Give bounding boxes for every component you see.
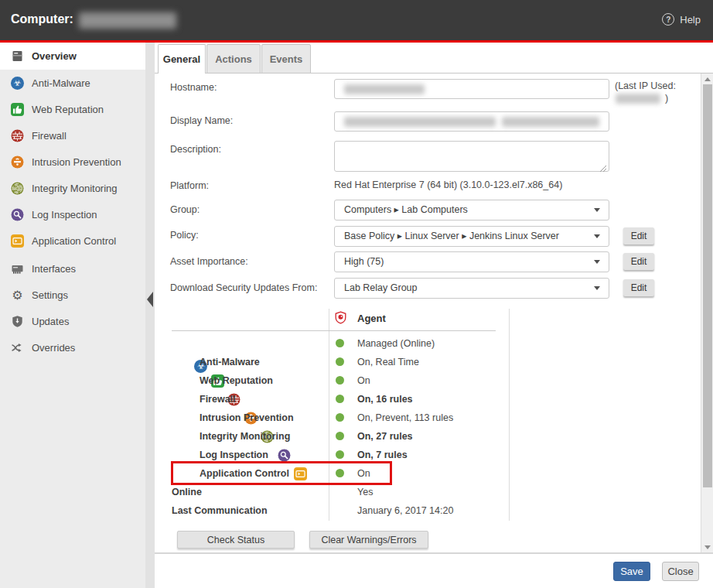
intrusion-prevention-icon	[11, 156, 24, 169]
chevron-down-icon	[594, 260, 600, 264]
sidebar-item-label: Anti-Malware	[32, 77, 90, 89]
overrides-icon	[11, 341, 24, 354]
redacted-computer-name	[79, 12, 176, 29]
agent-column-header: Agent	[357, 309, 386, 328]
hostname-input[interactable]	[334, 79, 609, 99]
sidebar-item-overview[interactable]: Overview	[0, 43, 145, 70]
tab-general[interactable]: General	[158, 44, 206, 74]
module-row-value: On	[357, 464, 370, 483]
computer-details-window: Computer: ? Help Overview ☣ Anti-Malware…	[0, 0, 713, 588]
asset-importance-value: High (75)	[344, 256, 384, 267]
edit-policy-button[interactable]: Edit	[623, 227, 654, 244]
module-row-value: On	[357, 371, 370, 390]
download-updates-label: Download Security Updates From:	[170, 282, 317, 293]
interfaces-icon	[11, 262, 24, 275]
save-button[interactable]: Save	[613, 562, 650, 581]
display-name-label: Display Name:	[170, 115, 233, 126]
sidebar-item-label: Application Control	[32, 235, 116, 247]
anti-malware-icon: ☣	[11, 77, 24, 90]
web-reputation-icon	[11, 103, 24, 116]
arrow-down-icon	[704, 545, 711, 549]
help-label: Help	[680, 14, 701, 26]
tab-actions[interactable]: Actions	[206, 44, 261, 74]
green-status-dot	[336, 432, 344, 440]
description-textarea[interactable]	[334, 141, 609, 172]
online-row-value: Yes	[357, 483, 373, 501]
sidebar-item-web-reputation[interactable]: Web Reputation	[0, 96, 145, 122]
scroll-up-button[interactable]	[701, 74, 713, 85]
sidebar-item-integrity-monitoring[interactable]: Integrity Monitoring	[0, 175, 145, 201]
firewall-icon	[11, 129, 24, 142]
scroll-down-button[interactable]	[701, 542, 713, 553]
platform-value: Red Hat Enterprise 7 (64 bit) (3.10.0-12…	[334, 179, 562, 190]
hostname-label: Hostname:	[170, 82, 217, 93]
module-row-label: Web Reputation	[200, 371, 273, 390]
tab-events[interactable]: Events	[261, 44, 311, 74]
module-row-label: Anti-Malware	[200, 353, 260, 371]
green-status-dot	[336, 413, 344, 422]
sidebar-item-label: Overrides	[32, 342, 75, 354]
chevron-down-icon	[594, 234, 600, 238]
module-row-value: On, 27 rules	[357, 427, 413, 446]
display-name-input[interactable]	[334, 111, 609, 132]
chevron-down-icon	[594, 208, 600, 212]
module-row-value: On, 7 rules	[357, 446, 408, 464]
vertical-scrollbar[interactable]	[701, 74, 713, 553]
online-row-label: Online	[172, 483, 202, 501]
edit-download-updates-button[interactable]: Edit	[623, 279, 654, 296]
close-button[interactable]: Close	[662, 562, 699, 581]
green-status-dot	[336, 339, 344, 347]
green-status-dot	[336, 469, 344, 477]
platform-label: Platform:	[170, 180, 209, 191]
sidebar-item-settings[interactable]: ⚙ Settings	[0, 282, 145, 308]
redacted-display-name-2	[502, 117, 599, 127]
group-select[interactable]: Computers ▸ Lab Computers	[334, 200, 609, 220]
sidebar-item-firewall[interactable]: Firewall	[0, 122, 145, 149]
sidebar-item-overrides[interactable]: Overrides	[0, 334, 145, 361]
check-status-button[interactable]: Check Status	[177, 531, 295, 549]
module-row-value: On, Prevent, 113 rules	[357, 409, 453, 427]
sidebar-item-label: Settings	[32, 289, 68, 301]
description-label: Description:	[170, 144, 221, 155]
green-status-dot	[336, 357, 344, 366]
module-row-label: Firewall	[200, 390, 236, 409]
arrow-up-icon	[704, 77, 711, 81]
asset-importance-label: Asset Importance:	[170, 256, 248, 267]
overview-icon	[11, 50, 24, 63]
policy-select[interactable]: Base Policy ▸ Linux Server ▸ Jenkins Lin…	[334, 226, 609, 247]
updates-icon	[11, 315, 24, 328]
sidebar-item-application-control[interactable]: Application Control	[0, 227, 145, 254]
sidebar-item-intrusion-prevention[interactable]: Intrusion Prevention	[0, 149, 145, 175]
integrity-monitoring-icon	[11, 182, 24, 195]
green-status-dot	[336, 450, 344, 459]
help-button[interactable]: ? Help	[662, 13, 701, 26]
redacted-hostname-value	[344, 84, 425, 94]
sidebar-item-label: Firewall	[32, 130, 67, 142]
sidebar-item-label: Integrity Monitoring	[32, 183, 118, 194]
clear-warnings-errors-button[interactable]: Clear Warnings/Errors	[309, 531, 428, 549]
textarea-resize-handle[interactable]	[599, 162, 607, 169]
sidebar-item-interfaces[interactable]: Interfaces	[0, 255, 145, 282]
table-right-border	[509, 309, 510, 521]
agent-status-value: Managed (Online)	[357, 334, 435, 353]
module-row-label: Application Control	[200, 464, 289, 483]
edit-asset-importance-button[interactable]: Edit	[623, 253, 654, 270]
page-title: Computer:	[11, 12, 73, 26]
redacted-display-name-1	[344, 117, 496, 127]
sidebar-item-anti-malware[interactable]: ☣ Anti-Malware	[0, 70, 145, 96]
sidebar-item-updates[interactable]: Updates	[0, 308, 145, 334]
sidebar-collapse-handle[interactable]	[147, 292, 153, 307]
module-row-value: On, Real Time	[357, 353, 419, 371]
green-status-dot	[336, 395, 344, 403]
sidebar-item-log-inspection[interactable]: Log Inspection	[0, 201, 145, 227]
module-row-value: On, 16 rules	[357, 390, 413, 409]
sidebar-gutter	[145, 43, 155, 588]
group-select-value: Computers ▸ Lab Computers	[344, 204, 468, 215]
scrollbar-thumb[interactable]	[703, 84, 712, 487]
sidebar-item-label: Interfaces	[32, 263, 76, 275]
download-updates-select[interactable]: Lab Relay Group	[334, 278, 609, 299]
green-status-dot	[336, 376, 344, 385]
asset-importance-select[interactable]: High (75)	[334, 251, 609, 272]
application-control-icon	[11, 234, 24, 248]
sidebar-item-label: Log Inspection	[32, 209, 97, 220]
